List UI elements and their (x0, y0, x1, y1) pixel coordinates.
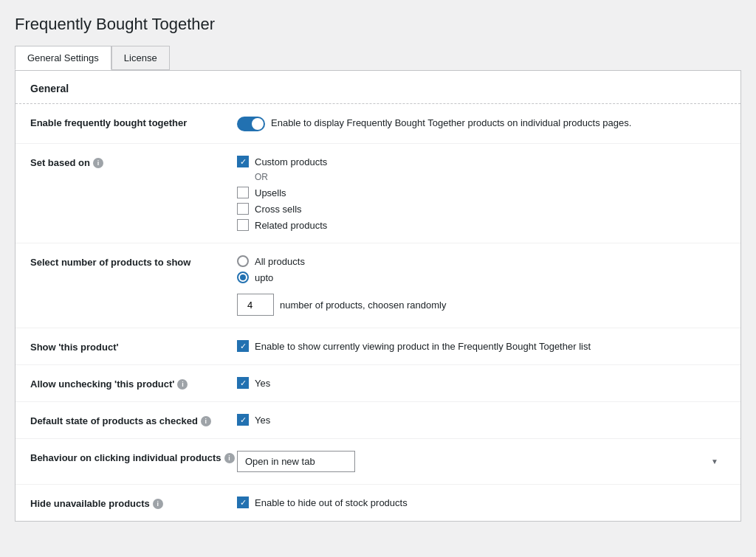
number-input-suffix: number of products, choosen randomly (280, 300, 446, 311)
control-enable-fbt: Enable to display Frequently Bought Toge… (237, 116, 726, 131)
cb-cross-sells[interactable] (237, 203, 249, 215)
info-icon-allow-unchecking[interactable]: i (177, 379, 188, 390)
checkbox-default-state: Yes (237, 414, 726, 426)
select-wrapper-behaviour: Open in new tab Open in same tab ▼ (237, 451, 726, 472)
toggle-track[interactable] (237, 117, 265, 131)
toggle-desc-fbt: Enable to display Frequently Bought Toge… (271, 116, 631, 131)
section-heading: General (16, 71, 740, 104)
cb-desc-hide-unavailable: Enable to hide out of stock products (255, 497, 408, 508)
checkbox-custom-products: Custom products (237, 156, 726, 167)
row-hide-unavailable: Hide unavailable products i Enable to hi… (16, 485, 740, 521)
chevron-down-icon: ▼ (711, 457, 718, 466)
checkbox-cross-sells: Cross sells (237, 203, 726, 215)
radio-upto: upto (237, 271, 726, 283)
row-enable-fbt: Enable frequently bought together Enable… (16, 104, 740, 144)
row-default-state: Default state of products as checked i Y… (16, 402, 740, 439)
cb-label-upsells: Upsells (255, 187, 286, 198)
cb-label-custom-products: Custom products (255, 156, 327, 167)
checkbox-upsells: Upsells (237, 187, 726, 198)
label-allow-unchecking: Allow unchecking 'this product' i (30, 377, 237, 390)
checkbox-allow-unchecking: Yes (237, 377, 726, 389)
row-allow-unchecking: Allow unchecking 'this product' i Yes (16, 365, 740, 402)
page-title: Frequently Bought Together (15, 15, 741, 34)
number-input-row: number of products, choosen randomly (237, 294, 726, 316)
cb-hide-unavailable[interactable] (237, 497, 249, 508)
cb-show-this-product[interactable] (237, 340, 249, 352)
cb-custom-products[interactable] (237, 156, 249, 167)
label-select-number: Select number of products to show (30, 255, 237, 268)
or-text: OR (237, 172, 726, 182)
toggle-enable-fbt[interactable] (237, 117, 265, 131)
control-select-number: All products upto number of products, ch… (237, 255, 726, 316)
radio-all-products: All products (237, 255, 726, 267)
checkbox-hide-unavailable: Enable to hide out of stock products (237, 497, 726, 508)
control-allow-unchecking: Yes (237, 377, 726, 389)
control-default-state: Yes (237, 414, 726, 426)
content-panel: General Enable frequently bought togethe… (15, 70, 741, 522)
row-select-number: Select number of products to show All pr… (16, 243, 740, 328)
control-hide-unavailable: Enable to hide out of stock products (237, 497, 726, 508)
checkbox-related-products: Related products (237, 219, 726, 231)
toggle-wrapper-fbt: Enable to display Frequently Bought Toge… (237, 116, 726, 131)
cb-related-products[interactable] (237, 219, 249, 231)
cb-desc-show-this-product: Enable to show currently viewing product… (255, 341, 591, 352)
tab-general-settings[interactable]: General Settings (15, 46, 111, 70)
cb-label-cross-sells: Cross sells (255, 204, 302, 215)
cb-label-allow-unchecking-yes: Yes (255, 378, 270, 389)
rb-label-upto: upto (255, 272, 273, 283)
control-show-this-product: Enable to show currently viewing product… (237, 340, 726, 352)
cb-allow-unchecking[interactable] (237, 377, 249, 389)
label-set-based-on: Set based on i (30, 156, 237, 168)
label-enable-fbt: Enable frequently bought together (30, 116, 237, 128)
label-show-this-product: Show 'this product' (30, 340, 237, 353)
rb-upto[interactable] (237, 271, 249, 283)
info-icon-behaviour-clicking[interactable]: i (224, 453, 235, 463)
rb-all-products[interactable] (237, 255, 249, 267)
row-show-this-product: Show 'this product' Enable to show curre… (16, 328, 740, 365)
tab-license[interactable]: License (111, 46, 170, 70)
page-wrapper: Frequently Bought Together General Setti… (0, 0, 756, 557)
row-set-based-on: Set based on i Custom products OR Upsell… (16, 144, 740, 243)
info-icon-hide-unavailable[interactable]: i (153, 499, 163, 509)
row-behaviour-clicking: Behaviour on clicking individual product… (16, 439, 740, 485)
info-icon-default-state[interactable]: i (201, 416, 211, 426)
label-behaviour-clicking: Behaviour on clicking individual product… (30, 451, 237, 463)
control-set-based-on: Custom products OR Upsells Cross sells R… (237, 156, 726, 231)
label-default-state: Default state of products as checked i (30, 414, 237, 426)
info-icon-set-based-on[interactable]: i (93, 158, 103, 168)
select-behaviour-clicking[interactable]: Open in new tab Open in same tab (237, 451, 355, 472)
label-hide-unavailable: Hide unavailable products i (30, 497, 237, 509)
checkbox-show-this-product: Enable to show currently viewing product… (237, 340, 726, 352)
toggle-thumb (252, 118, 264, 130)
cb-default-state[interactable] (237, 414, 249, 426)
control-behaviour-clicking: Open in new tab Open in same tab ▼ (237, 451, 726, 472)
cb-label-default-state-yes: Yes (255, 415, 270, 426)
number-input-products[interactable] (237, 294, 274, 316)
rb-label-all-products: All products (255, 256, 305, 267)
cb-upsells[interactable] (237, 187, 249, 198)
cb-label-related-products: Related products (255, 220, 327, 231)
tabs-bar: General Settings License (15, 46, 741, 70)
